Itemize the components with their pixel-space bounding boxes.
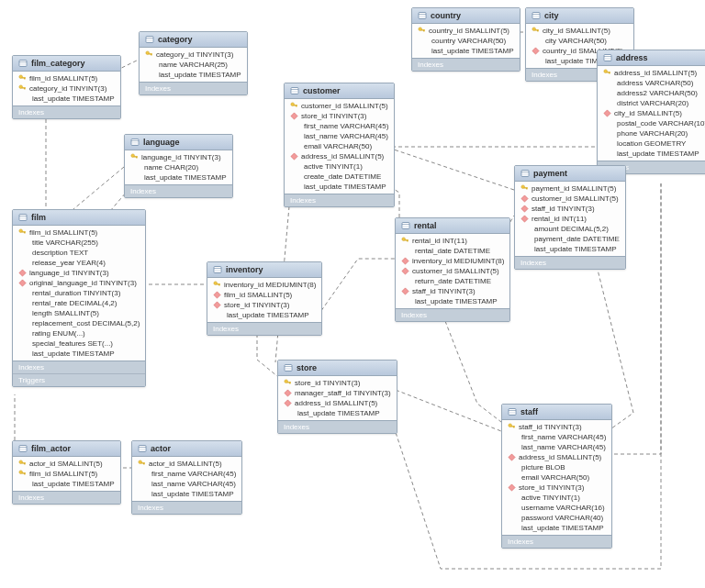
- column-row[interactable]: first_name VARCHAR(45): [502, 432, 611, 442]
- column-row[interactable]: district VARCHAR(20): [598, 98, 705, 108]
- column-row[interactable]: special_features SET(...): [13, 338, 145, 349]
- column-row[interactable]: first_name VARCHAR(45): [132, 469, 241, 479]
- entity-header[interactable]: customer: [285, 83, 394, 99]
- column-row[interactable]: category_id TINYINT(3): [140, 50, 247, 60]
- column-row[interactable]: store_id TINYINT(3): [502, 483, 611, 493]
- column-row[interactable]: first_name VARCHAR(45): [285, 121, 394, 131]
- column-row[interactable]: rental_id INT(11): [515, 214, 625, 224]
- column-row[interactable]: email VARCHAR(50): [285, 141, 394, 151]
- column-row[interactable]: last_name VARCHAR(45): [502, 442, 611, 452]
- entity-header[interactable]: payment: [515, 166, 625, 182]
- column-row[interactable]: description TEXT: [13, 248, 145, 258]
- column-row[interactable]: last_update TIMESTAMP: [515, 244, 625, 254]
- entity-country[interactable]: countrycountry_id SMALLINT(5)country VAR…: [411, 7, 520, 72]
- column-row[interactable]: last_update TIMESTAMP: [207, 310, 321, 320]
- entity-footer-indexes[interactable]: Indexes: [412, 58, 520, 71]
- column-row[interactable]: city_id SMALLINT(5): [598, 108, 705, 118]
- column-row[interactable]: location GEOMETRY: [598, 139, 705, 149]
- entity-header[interactable]: address: [598, 50, 705, 66]
- column-row[interactable]: amount DECIMAL(5,2): [515, 224, 625, 234]
- column-row[interactable]: email VARCHAR(50): [502, 472, 611, 483]
- entity-footer-indexes[interactable]: Indexes: [13, 361, 145, 373]
- column-row[interactable]: film_id SMALLINT(5): [13, 227, 145, 238]
- column-row[interactable]: last_update TIMESTAMP: [13, 479, 120, 489]
- entity-footer-indexes[interactable]: Indexes: [140, 82, 247, 94]
- column-row[interactable]: inventory_id MEDIUMINT(8): [396, 256, 509, 266]
- column-row[interactable]: country VARCHAR(50): [412, 36, 520, 46]
- column-row[interactable]: active TINYINT(1): [502, 493, 611, 503]
- entity-header[interactable]: store: [278, 361, 397, 376]
- column-row[interactable]: address_id SMALLINT(5): [285, 151, 394, 161]
- entity-footer-triggers[interactable]: Triggers: [13, 373, 145, 386]
- column-row[interactable]: inventory_id MEDIUMINT(8): [207, 280, 321, 290]
- column-row[interactable]: actor_id SMALLINT(5): [132, 459, 241, 469]
- column-row[interactable]: address_id SMALLINT(5): [278, 398, 397, 408]
- column-row[interactable]: last_update TIMESTAMP: [598, 149, 705, 159]
- column-row[interactable]: last_update TIMESTAMP: [140, 70, 247, 80]
- entity-footer-indexes[interactable]: Indexes: [285, 194, 394, 206]
- entity-header[interactable]: rental: [396, 218, 509, 234]
- column-row[interactable]: country_id SMALLINT(5): [412, 26, 520, 36]
- column-row[interactable]: rental_duration TINYINT(3): [13, 288, 145, 298]
- entity-store[interactable]: storestore_id TINYINT(3)manager_staff_id…: [277, 360, 397, 434]
- column-row[interactable]: last_update TIMESTAMP: [502, 523, 611, 533]
- column-row[interactable]: last_name VARCHAR(45): [132, 479, 241, 489]
- column-row[interactable]: manager_staff_id TINYINT(3): [278, 388, 397, 398]
- column-row[interactable]: title VARCHAR(255): [13, 238, 145, 248]
- entity-header[interactable]: city: [526, 8, 633, 24]
- column-row[interactable]: password VARCHAR(40): [502, 513, 611, 523]
- entity-footer-indexes[interactable]: Indexes: [396, 308, 509, 321]
- entity-footer-indexes[interactable]: Indexes: [13, 105, 120, 118]
- entity-header[interactable]: actor: [132, 441, 241, 457]
- column-row[interactable]: last_update TIMESTAMP: [278, 408, 397, 418]
- entity-language[interactable]: languagelanguage_id TINYINT(3)name CHAR(…: [124, 134, 233, 198]
- entity-actor[interactable]: actoractor_id SMALLINT(5)first_name VARC…: [131, 440, 242, 515]
- column-row[interactable]: active TINYINT(1): [285, 161, 394, 172]
- entity-header[interactable]: inventory: [207, 262, 321, 278]
- column-row[interactable]: last_update TIMESTAMP: [412, 46, 520, 56]
- column-row[interactable]: category_id TINYINT(3): [13, 83, 120, 94]
- column-row[interactable]: return_date DATETIME: [396, 276, 509, 286]
- column-row[interactable]: customer_id SMALLINT(5): [285, 101, 394, 111]
- column-row[interactable]: store_id TINYINT(3): [207, 300, 321, 310]
- column-row[interactable]: staff_id TINYINT(3): [515, 204, 625, 214]
- column-row[interactable]: store_id TINYINT(3): [278, 378, 397, 388]
- column-row[interactable]: actor_id SMALLINT(5): [13, 459, 120, 469]
- column-row[interactable]: staff_id TINYINT(3): [502, 422, 611, 432]
- column-row[interactable]: release_year YEAR(4): [13, 258, 145, 268]
- entity-header[interactable]: language: [125, 135, 232, 150]
- entity-header[interactable]: category: [140, 32, 247, 48]
- entity-film[interactable]: filmfilm_id SMALLINT(5)title VARCHAR(255…: [12, 209, 146, 387]
- entity-header[interactable]: country: [412, 8, 520, 24]
- column-row[interactable]: film_id SMALLINT(5): [207, 290, 321, 300]
- column-row[interactable]: username VARCHAR(16): [502, 503, 611, 513]
- column-row[interactable]: phone VARCHAR(20): [598, 128, 705, 139]
- entity-header[interactable]: film: [13, 210, 145, 226]
- column-row[interactable]: rental_date DATETIME: [396, 246, 509, 256]
- column-row[interactable]: last_update TIMESTAMP: [132, 489, 241, 499]
- entity-header[interactable]: staff: [502, 405, 611, 420]
- column-row[interactable]: film_id SMALLINT(5): [13, 73, 120, 83]
- column-row[interactable]: replacement_cost DECIMAL(5,2): [13, 318, 145, 328]
- column-row[interactable]: staff_id TINYINT(3): [396, 286, 509, 296]
- entity-film_category[interactable]: film_categoryfilm_id SMALLINT(5)category…: [12, 55, 121, 119]
- column-row[interactable]: last_update TIMESTAMP: [285, 182, 394, 192]
- column-row[interactable]: address2 VARCHAR(50): [598, 88, 705, 98]
- column-row[interactable]: rental_rate DECIMAL(4,2): [13, 298, 145, 308]
- column-row[interactable]: payment_date DATETIME: [515, 234, 625, 244]
- column-row[interactable]: film_id SMALLINT(5): [13, 469, 120, 479]
- entity-film_actor[interactable]: film_actoractor_id SMALLINT(5)film_id SM…: [12, 440, 121, 505]
- column-row[interactable]: city_id SMALLINT(5): [526, 26, 633, 36]
- entity-staff[interactable]: staffstaff_id TINYINT(3)first_name VARCH…: [501, 404, 612, 549]
- entity-header[interactable]: film_actor: [13, 441, 120, 457]
- column-row[interactable]: customer_id SMALLINT(5): [515, 194, 625, 204]
- entity-footer-indexes[interactable]: Indexes: [278, 420, 397, 433]
- column-row[interactable]: length SMALLINT(5): [13, 308, 145, 318]
- column-row[interactable]: address_id SMALLINT(5): [598, 68, 705, 78]
- entity-footer-indexes[interactable]: Indexes: [207, 322, 321, 335]
- entity-footer-indexes[interactable]: Indexes: [125, 184, 232, 197]
- column-row[interactable]: last_name VARCHAR(45): [285, 131, 394, 141]
- column-row[interactable]: name VARCHAR(25): [140, 60, 247, 70]
- column-row[interactable]: create_date DATETIME: [285, 172, 394, 182]
- column-row[interactable]: city VARCHAR(50): [526, 36, 633, 46]
